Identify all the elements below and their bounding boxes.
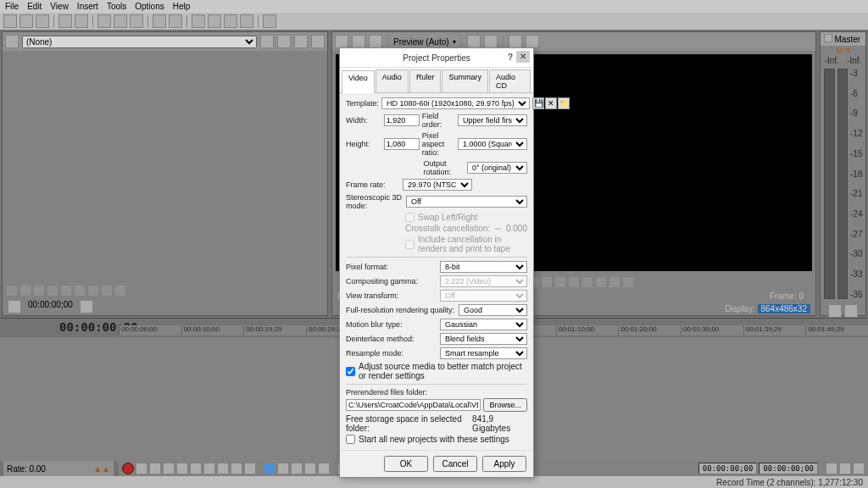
cut-icon[interactable] (97, 14, 111, 28)
preview-save-icon[interactable] (526, 35, 539, 48)
media-delete-icon[interactable] (294, 35, 308, 48)
undo-icon[interactable] (153, 14, 166, 28)
autoripple-icon[interactable] (224, 14, 237, 28)
lock-icon[interactable] (240, 14, 253, 28)
bt-play-icon[interactable] (163, 463, 175, 474)
bt-play-start-icon[interactable] (149, 463, 161, 474)
media-prev-icon[interactable] (87, 285, 99, 297)
media-source-select[interactable]: (None) (22, 36, 258, 48)
tool-select-icon[interactable] (277, 463, 289, 474)
pv-end-icon[interactable] (595, 276, 607, 288)
dialog-close-icon[interactable]: ✕ (516, 51, 530, 63)
fullres-select[interactable]: Good (459, 304, 527, 316)
media-play-icon[interactable] (19, 285, 31, 297)
dialog-titlebar[interactable]: Project Properties ? ✕ (340, 48, 533, 68)
pv-next-icon[interactable] (622, 276, 634, 288)
media-stop-icon[interactable] (47, 285, 58, 297)
tab-video[interactable]: Video (342, 70, 375, 93)
tool-shuffle-icon[interactable] (318, 463, 330, 474)
redo-icon[interactable] (169, 14, 182, 28)
bt-start-icon[interactable] (203, 463, 215, 474)
new-icon[interactable] (3, 14, 17, 28)
width-input[interactable] (384, 114, 420, 126)
pv-play-all-icon[interactable] (541, 276, 553, 288)
save-icon[interactable] (36, 14, 49, 28)
tab-summary[interactable]: Summary (442, 69, 488, 92)
media-back-icon[interactable] (5, 35, 19, 48)
tab-ruler[interactable]: Ruler (409, 69, 442, 92)
meter-left[interactable] (824, 69, 835, 299)
browse-button[interactable]: Browse... (483, 398, 527, 412)
template-select[interactable]: HD 1080-60i (1920x1080, 29.970 fps) (381, 97, 530, 109)
cancel-button[interactable]: Cancel (433, 456, 477, 472)
preview-overlays-icon[interactable] (467, 35, 481, 48)
preview-split-icon[interactable] (369, 35, 382, 48)
media-repeat-icon[interactable] (114, 285, 126, 297)
menu-help[interactable]: Help (173, 2, 191, 11)
preview-safe-icon[interactable] (484, 35, 498, 48)
prerender-path-input[interactable] (346, 399, 481, 411)
template-delete-icon[interactable]: ✕ (545, 97, 557, 109)
media-trim-icon[interactable] (80, 300, 93, 313)
adjust-media-checkbox[interactable] (346, 367, 355, 376)
bt-prev-icon[interactable] (231, 463, 242, 474)
ripple-icon[interactable] (208, 14, 221, 28)
zoom-fit-icon[interactable] (853, 463, 865, 474)
zoom-in-icon[interactable] (826, 463, 837, 474)
pv-pause-icon[interactable] (554, 276, 566, 288)
master-mute-solo[interactable]: M S (821, 46, 865, 56)
menu-view[interactable]: View (50, 2, 69, 11)
dialog-help-icon[interactable]: ? (508, 53, 513, 62)
bt-end-icon[interactable] (217, 463, 229, 474)
media-views-icon[interactable] (277, 35, 291, 48)
paste-icon[interactable] (130, 14, 143, 28)
rotation-select[interactable]: 0° (original) (467, 162, 527, 174)
media-tc-icon[interactable] (8, 300, 21, 313)
master-dim-icon[interactable] (828, 304, 842, 318)
s3d-select[interactable]: Off (406, 196, 527, 208)
tool-envelope-icon[interactable] (291, 463, 303, 474)
ok-button[interactable]: OK (384, 456, 428, 472)
menu-edit[interactable]: Edit (27, 2, 42, 11)
media-end-icon[interactable] (74, 285, 86, 297)
open-icon[interactable] (19, 14, 33, 28)
render-icon[interactable] (58, 14, 72, 28)
menu-tools[interactable]: Tools (107, 2, 126, 11)
menu-options[interactable]: Options (135, 2, 164, 11)
template-save-icon[interactable]: 💾 (532, 97, 544, 109)
bt-loop-icon[interactable] (136, 463, 147, 474)
apply-button[interactable]: Apply (482, 456, 526, 472)
media-pause-icon[interactable] (33, 285, 45, 297)
mblur-select[interactable]: Gaussian (440, 319, 527, 330)
field-order-select[interactable]: Upper field first (458, 114, 527, 126)
pixfmt-select[interactable]: 8-bit (440, 261, 527, 273)
preview-ext-icon[interactable] (335, 35, 348, 48)
menu-file[interactable]: File (5, 2, 19, 11)
startall-checkbox[interactable] (346, 435, 355, 444)
tab-audio-cd[interactable]: Audio CD (489, 69, 531, 92)
deint-select[interactable]: Blend fields (440, 333, 527, 345)
help-icon[interactable] (263, 14, 276, 28)
record-button[interactable] (122, 463, 134, 474)
par-select[interactable]: 1.0000 (Square) (458, 138, 527, 150)
zoom-out-icon[interactable] (839, 463, 851, 474)
master-menu-icon[interactable] (824, 34, 832, 42)
media-loop-icon[interactable] (6, 285, 18, 297)
copy-icon[interactable] (114, 14, 127, 28)
properties-icon[interactable] (75, 14, 88, 28)
media-next-icon[interactable] (101, 285, 113, 297)
master-lock-icon[interactable] (844, 304, 858, 318)
tool-edit-icon[interactable] (264, 463, 275, 474)
bt-next-icon[interactable] (244, 463, 256, 474)
media-props-icon[interactable] (311, 35, 325, 48)
pv-stop-icon[interactable] (568, 276, 580, 288)
tool-zoom-icon[interactable] (304, 463, 316, 474)
pv-prev-icon[interactable] (609, 276, 620, 288)
bt-stop-icon[interactable] (190, 463, 202, 474)
snap-icon[interactable] (192, 14, 205, 28)
resample-select[interactable]: Smart resample (440, 347, 527, 359)
menu-insert[interactable]: Insert (77, 2, 98, 11)
template-match-icon[interactable]: 📁 (558, 97, 570, 109)
media-refresh-icon[interactable] (260, 35, 274, 48)
tc-in[interactable]: 00:00:00;00 (698, 463, 758, 474)
